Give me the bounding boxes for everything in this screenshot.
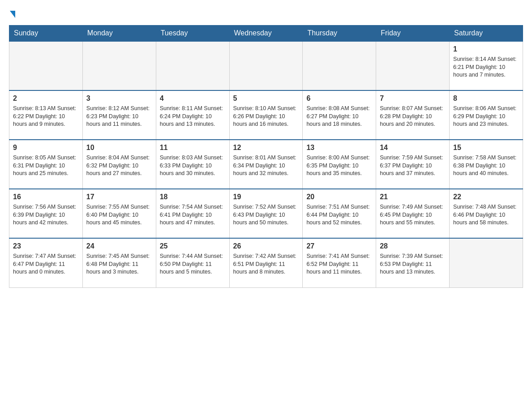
calendar-cell: 3Sunrise: 8:12 AM Sunset: 6:23 PM Daylig… [82, 90, 156, 140]
calendar-cell [376, 41, 450, 90]
day-number: 6 [306, 94, 372, 103]
calendar-cell [156, 41, 229, 90]
day-number: 19 [233, 192, 299, 202]
calendar-cell [303, 41, 376, 90]
day-info: Sunrise: 7:39 AM Sunset: 6:53 PM Dayligh… [380, 253, 446, 276]
day-number: 3 [86, 94, 152, 103]
calendar-cell: 21Sunrise: 7:49 AM Sunset: 6:45 PM Dayli… [376, 189, 450, 238]
day-number: 10 [86, 143, 152, 153]
day-number: 4 [160, 94, 226, 103]
calendar-cell: 17Sunrise: 7:55 AM Sunset: 6:40 PM Dayli… [82, 189, 156, 238]
weekday-header-thursday: Thursday [303, 26, 376, 42]
day-info: Sunrise: 7:45 AM Sunset: 6:48 PM Dayligh… [86, 253, 152, 276]
logo-arrow-icon [10, 11, 15, 18]
calendar-cell [82, 41, 156, 90]
calendar-cell [450, 238, 523, 287]
day-number: 8 [453, 94, 519, 103]
calendar-cell: 23Sunrise: 7:47 AM Sunset: 6:47 PM Dayli… [9, 238, 83, 287]
calendar-cell: 27Sunrise: 7:41 AM Sunset: 6:52 PM Dayli… [303, 238, 376, 287]
calendar-cell: 5Sunrise: 8:10 AM Sunset: 6:26 PM Daylig… [229, 90, 303, 140]
calendar-header-row: SundayMondayTuesdayWednesdayThursdayFrid… [9, 26, 523, 42]
calendar-cell: 1Sunrise: 8:14 AM Sunset: 6:21 PM Daylig… [450, 41, 523, 90]
day-info: Sunrise: 8:04 AM Sunset: 6:32 PM Dayligh… [86, 154, 152, 178]
day-info: Sunrise: 8:08 AM Sunset: 6:27 PM Dayligh… [306, 105, 372, 128]
calendar-cell: 9Sunrise: 8:05 AM Sunset: 6:31 PM Daylig… [9, 140, 83, 189]
day-number: 11 [160, 143, 226, 153]
calendar-week-row: 1Sunrise: 8:14 AM Sunset: 6:21 PM Daylig… [9, 41, 523, 90]
day-number: 22 [453, 192, 519, 202]
day-info: Sunrise: 7:56 AM Sunset: 6:39 PM Dayligh… [13, 203, 79, 227]
day-number: 9 [13, 143, 79, 153]
day-info: Sunrise: 7:41 AM Sunset: 6:52 PM Dayligh… [306, 253, 372, 276]
day-info: Sunrise: 7:59 AM Sunset: 6:37 PM Dayligh… [380, 154, 446, 178]
day-info: Sunrise: 8:07 AM Sunset: 6:28 PM Dayligh… [380, 105, 446, 128]
calendar-cell: 13Sunrise: 8:00 AM Sunset: 6:35 PM Dayli… [303, 140, 376, 189]
calendar-cell: 19Sunrise: 7:52 AM Sunset: 6:43 PM Dayli… [229, 189, 303, 238]
calendar-cell: 16Sunrise: 7:56 AM Sunset: 6:39 PM Dayli… [9, 189, 83, 238]
day-number: 27 [306, 241, 372, 251]
day-info: Sunrise: 7:52 AM Sunset: 6:43 PM Dayligh… [233, 203, 299, 227]
day-number: 13 [306, 143, 372, 153]
calendar-cell: 10Sunrise: 8:04 AM Sunset: 6:32 PM Dayli… [82, 140, 156, 189]
calendar-week-row: 2Sunrise: 8:13 AM Sunset: 6:22 PM Daylig… [9, 90, 523, 140]
calendar-cell: 2Sunrise: 8:13 AM Sunset: 6:22 PM Daylig… [9, 90, 83, 140]
day-info: Sunrise: 8:01 AM Sunset: 6:34 PM Dayligh… [233, 154, 299, 178]
calendar-cell: 12Sunrise: 8:01 AM Sunset: 6:34 PM Dayli… [229, 140, 303, 189]
day-info: Sunrise: 7:48 AM Sunset: 6:46 PM Dayligh… [453, 203, 519, 227]
day-info: Sunrise: 8:00 AM Sunset: 6:35 PM Dayligh… [306, 154, 372, 178]
calendar-week-row: 16Sunrise: 7:56 AM Sunset: 6:39 PM Dayli… [9, 189, 523, 238]
day-info: Sunrise: 8:14 AM Sunset: 6:21 PM Dayligh… [453, 56, 519, 79]
day-number: 5 [233, 94, 299, 103]
day-number: 23 [13, 241, 79, 251]
day-info: Sunrise: 8:10 AM Sunset: 6:26 PM Dayligh… [233, 105, 299, 128]
calendar-cell: 8Sunrise: 8:06 AM Sunset: 6:29 PM Daylig… [450, 90, 523, 140]
day-number: 14 [380, 143, 446, 153]
day-number: 16 [13, 192, 79, 202]
calendar-table: SundayMondayTuesdayWednesdayThursdayFrid… [9, 25, 523, 288]
day-info: Sunrise: 8:03 AM Sunset: 6:33 PM Dayligh… [160, 154, 226, 178]
day-info: Sunrise: 7:51 AM Sunset: 6:44 PM Dayligh… [306, 203, 372, 227]
calendar-cell: 6Sunrise: 8:08 AM Sunset: 6:27 PM Daylig… [303, 90, 376, 140]
day-info: Sunrise: 7:47 AM Sunset: 6:47 PM Dayligh… [13, 253, 79, 276]
calendar-cell: 11Sunrise: 8:03 AM Sunset: 6:33 PM Dayli… [156, 140, 229, 189]
calendar-cell: 14Sunrise: 7:59 AM Sunset: 6:37 PM Dayli… [376, 140, 450, 189]
calendar-cell: 20Sunrise: 7:51 AM Sunset: 6:44 PM Dayli… [303, 189, 376, 238]
day-info: Sunrise: 7:49 AM Sunset: 6:45 PM Dayligh… [380, 203, 446, 227]
day-number: 17 [86, 192, 152, 202]
weekday-header-sunday: Sunday [9, 26, 83, 42]
calendar-cell [9, 41, 83, 90]
calendar-cell: 4Sunrise: 8:11 AM Sunset: 6:24 PM Daylig… [156, 90, 229, 140]
day-number: 7 [380, 94, 446, 103]
day-number: 26 [233, 241, 299, 251]
day-number: 1 [453, 44, 519, 54]
calendar-cell: 7Sunrise: 8:07 AM Sunset: 6:28 PM Daylig… [376, 90, 450, 140]
day-number: 24 [86, 241, 152, 251]
day-info: Sunrise: 7:55 AM Sunset: 6:40 PM Dayligh… [86, 203, 152, 227]
day-info: Sunrise: 7:44 AM Sunset: 6:50 PM Dayligh… [160, 253, 226, 276]
day-number: 18 [160, 192, 226, 202]
page-header [9, 9, 523, 18]
calendar-cell: 15Sunrise: 7:58 AM Sunset: 6:38 PM Dayli… [450, 140, 523, 189]
day-number: 2 [13, 94, 79, 103]
weekday-header-saturday: Saturday [450, 26, 523, 42]
day-info: Sunrise: 7:42 AM Sunset: 6:51 PM Dayligh… [233, 253, 299, 276]
day-info: Sunrise: 8:13 AM Sunset: 6:22 PM Dayligh… [13, 105, 79, 128]
day-number: 21 [380, 192, 446, 202]
weekday-header-tuesday: Tuesday [156, 26, 229, 42]
day-info: Sunrise: 8:05 AM Sunset: 6:31 PM Dayligh… [13, 154, 79, 178]
logo [9, 9, 15, 18]
weekday-header-friday: Friday [376, 26, 450, 42]
day-number: 12 [233, 143, 299, 153]
day-info: Sunrise: 8:12 AM Sunset: 6:23 PM Dayligh… [86, 105, 152, 128]
calendar-week-row: 9Sunrise: 8:05 AM Sunset: 6:31 PM Daylig… [9, 140, 523, 189]
day-info: Sunrise: 8:06 AM Sunset: 6:29 PM Dayligh… [453, 105, 519, 128]
calendar-cell: 18Sunrise: 7:54 AM Sunset: 6:41 PM Dayli… [156, 189, 229, 238]
day-number: 15 [453, 143, 519, 153]
calendar-cell: 25Sunrise: 7:44 AM Sunset: 6:50 PM Dayli… [156, 238, 229, 287]
weekday-header-monday: Monday [82, 26, 156, 42]
calendar-week-row: 23Sunrise: 7:47 AM Sunset: 6:47 PM Dayli… [9, 238, 523, 287]
calendar-cell [229, 41, 303, 90]
day-info: Sunrise: 8:11 AM Sunset: 6:24 PM Dayligh… [160, 105, 226, 128]
day-number: 20 [306, 192, 372, 202]
calendar-cell: 24Sunrise: 7:45 AM Sunset: 6:48 PM Dayli… [82, 238, 156, 287]
